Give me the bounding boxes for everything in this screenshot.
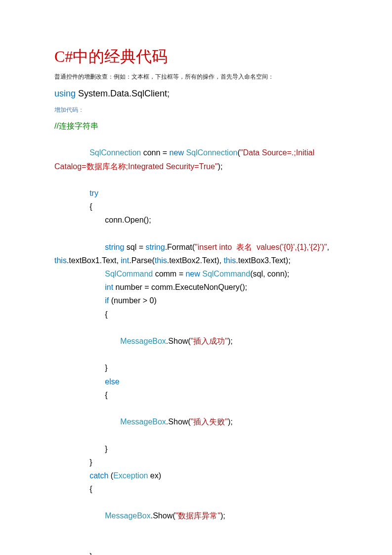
keyword: try xyxy=(89,189,98,197)
text: .textBox3.Text); xyxy=(236,256,290,265)
brace: } xyxy=(89,458,92,466)
text: ); xyxy=(228,337,233,345)
string: "插入成功" xyxy=(191,337,228,345)
text: .Show( xyxy=(166,337,191,345)
keyword: new xyxy=(170,148,184,157)
string: ;Integrated Security=True" xyxy=(126,162,218,171)
string: "插入失败" xyxy=(191,417,228,426)
string: "insert into xyxy=(195,243,234,251)
keyword: int xyxy=(121,256,129,265)
brace: { xyxy=(105,310,107,319)
keyword: this xyxy=(155,256,167,265)
keyword: this xyxy=(54,256,67,265)
text: ( xyxy=(108,471,113,480)
keyword: string xyxy=(146,243,165,251)
text: (sql, conn); xyxy=(250,270,289,278)
type: SqlCommand xyxy=(105,270,153,278)
brace: { xyxy=(105,391,107,399)
type: MessageBox xyxy=(120,417,166,426)
brace: { xyxy=(89,485,92,493)
type: Exception xyxy=(113,471,148,480)
type: SqlCommand xyxy=(200,270,250,278)
section-add-label: 增加代码： xyxy=(54,105,338,114)
text: ); xyxy=(228,417,233,426)
brace: { xyxy=(89,202,92,211)
text: ); xyxy=(220,511,225,520)
text: ex) xyxy=(148,471,161,480)
doc-intro: 普通控件的增删改查：例如：文本框，下拉框等，所有的操作，首先导入命名空间： xyxy=(54,72,338,81)
text: comm = xyxy=(153,270,185,278)
text: .Show( xyxy=(166,417,191,426)
keyword-using: using xyxy=(54,89,76,98)
text: .textBox1.Text, xyxy=(67,256,121,265)
doc-title: C#中的经典代码 xyxy=(54,45,338,68)
text: .Format( xyxy=(165,243,195,251)
namespace-text: System.Data.SqlClient; xyxy=(76,89,170,98)
text: number = comm.ExecuteNonQuery(); xyxy=(113,283,247,291)
type: MessageBox xyxy=(105,511,151,520)
type: SqlConnection xyxy=(184,148,238,157)
text: conn = xyxy=(141,148,169,157)
keyword: catch xyxy=(89,471,108,480)
string: values('{0}',{1},'{2}')" xyxy=(254,243,327,251)
comment: //连接字符串 xyxy=(54,122,98,130)
text: , xyxy=(327,243,331,251)
text: .Show( xyxy=(151,511,175,520)
text: .textBox2.Text), xyxy=(167,256,224,265)
keyword: new xyxy=(185,270,200,278)
text: conn.Open(); xyxy=(105,216,151,224)
text: ); xyxy=(218,162,223,171)
using-statement: using System.Data.SqlClient; xyxy=(54,87,338,100)
keyword: this xyxy=(223,256,236,265)
keyword: int xyxy=(105,283,113,291)
text: (number > 0) xyxy=(109,296,156,305)
brace: } xyxy=(89,552,92,555)
placeholder: 表名 xyxy=(234,243,255,251)
brace: } xyxy=(105,364,107,372)
brace: } xyxy=(105,445,107,453)
text: .Parse( xyxy=(129,256,155,265)
type: MessageBox xyxy=(120,337,166,345)
string: "数据库异常" xyxy=(175,511,220,520)
type: SqlConnection xyxy=(89,148,141,157)
placeholder: 数据库名称 xyxy=(87,162,126,171)
code-block: //连接字符串 SqlConnection conn = new SqlConn… xyxy=(54,119,338,555)
keyword: else xyxy=(105,377,119,386)
text: sql = xyxy=(124,243,145,251)
keyword: string xyxy=(105,243,124,251)
